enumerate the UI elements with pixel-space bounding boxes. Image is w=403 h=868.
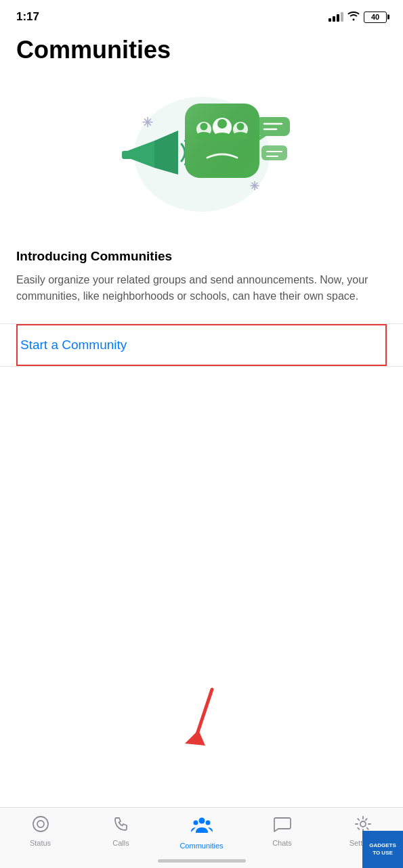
svg-point-30: [205, 821, 210, 825]
intro-heading: Introducing Communities: [16, 249, 387, 264]
svg-rect-9: [122, 151, 131, 159]
svg-marker-25: [185, 730, 205, 746]
red-arrow-annotation: [182, 686, 222, 756]
watermark: GADGETS TO USE: [362, 831, 403, 868]
main-content: Communities: [0, 30, 403, 304]
tab-communities[interactable]: Communities: [161, 815, 242, 850]
start-community-row[interactable]: Start a Community: [18, 325, 385, 365]
tab-calls[interactable]: Calls: [81, 815, 161, 847]
calls-tab-icon: [112, 815, 131, 836]
status-tab-label: Status: [30, 839, 51, 847]
bottom-divider: [0, 366, 403, 367]
svg-point-15: [200, 122, 207, 130]
signal-icon: [328, 12, 343, 22]
start-community-link[interactable]: Start a Community: [20, 338, 127, 352]
svg-rect-18: [256, 117, 290, 136]
svg-point-26: [33, 817, 48, 831]
wifi-icon: [347, 12, 360, 23]
page-title: Communities: [16, 37, 387, 64]
svg-point-31: [360, 821, 366, 827]
calls-tab-label: Calls: [112, 839, 129, 847]
communities-tab-icon: [191, 815, 213, 839]
watermark-text: GADGETS TO USE: [369, 842, 396, 856]
status-time: 1:17: [16, 10, 39, 24]
status-tab-icon: [31, 815, 50, 836]
tab-status[interactable]: Status: [0, 815, 81, 847]
svg-rect-21: [261, 145, 287, 160]
tab-chats[interactable]: Chats: [242, 815, 322, 847]
chats-tab-label: Chats: [272, 839, 292, 847]
battery-icon: 40: [364, 12, 387, 23]
chats-tab-icon: [273, 815, 292, 836]
svg-point-13: [217, 119, 227, 129]
svg-point-27: [37, 821, 44, 827]
svg-point-17: [236, 122, 244, 130]
communities-tab-label: Communities: [179, 842, 223, 850]
intro-description: Easily organize your related groups and …: [16, 272, 387, 304]
status-bar: 1:17 40: [0, 0, 403, 30]
svg-point-29: [193, 821, 198, 825]
communities-illustration: [107, 83, 297, 225]
home-indicator: [158, 859, 246, 863]
svg-point-28: [198, 818, 205, 824]
illustration-area: [16, 80, 387, 229]
start-community-highlight: Start a Community: [16, 324, 387, 366]
status-icons: 40: [328, 12, 387, 23]
